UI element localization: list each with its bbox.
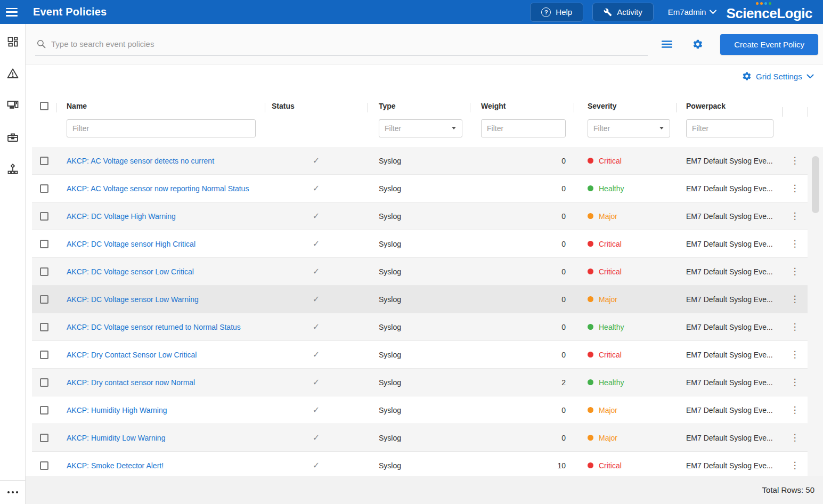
policy-name-link[interactable]: AKCP: Dry Contact Sensor Low Critical <box>56 351 265 359</box>
vertical-scrollbar[interactable] <box>808 147 823 476</box>
policy-name-link[interactable]: AKCP: AC Voltage sensor detects no curre… <box>56 157 265 165</box>
kebab-menu-icon[interactable]: ⋮ <box>791 378 800 387</box>
list-icon <box>662 40 672 48</box>
table-row[interactable]: AKCP: DC Voltage sensor Low Critical ✓ S… <box>32 258 808 286</box>
table-row[interactable]: AKCP: Dry Contact Sensor Low Critical ✓ … <box>32 341 808 369</box>
name-filter-input[interactable] <box>67 119 256 137</box>
policy-type: Syslog <box>368 157 470 165</box>
kebab-menu-icon[interactable]: ⋮ <box>791 184 800 193</box>
column-header-type[interactable]: Type <box>368 102 470 110</box>
severity-dot <box>588 435 593 441</box>
user-menu[interactable]: Em7admin <box>668 7 717 17</box>
kebab-menu-icon[interactable]: ⋮ <box>791 239 800 248</box>
policy-name-link[interactable]: AKCP: DC Voltage sensor returned to Norm… <box>56 323 265 331</box>
policy-name-link[interactable]: AKCP: Dry contact sensor now Normal <box>56 378 265 387</box>
kebab-menu-icon[interactable]: ⋮ <box>791 267 800 276</box>
policy-type: Syslog <box>368 295 470 304</box>
table-row[interactable]: AKCP: DC Voltage sensor returned to Norm… <box>32 313 808 341</box>
kebab-menu-icon[interactable]: ⋮ <box>791 461 800 470</box>
help-button[interactable]: ? Help <box>530 3 583 22</box>
policy-name-link[interactable]: AKCP: AC Voltage sensor now reporting No… <box>56 184 265 193</box>
row-checkbox[interactable] <box>40 212 48 221</box>
row-checkbox[interactable] <box>40 157 48 165</box>
policy-name-link[interactable]: AKCP: DC Voltage sensor Low Warning <box>56 295 265 304</box>
weight-filter-input[interactable] <box>481 119 566 137</box>
column-header-weight[interactable]: Weight <box>470 102 574 110</box>
row-checkbox[interactable] <box>40 267 48 276</box>
table-header-row: Name Status Type Weight Severity Powerpa… <box>32 97 808 115</box>
search-field[interactable] <box>35 32 648 56</box>
row-checkbox[interactable] <box>40 295 48 304</box>
row-checkbox[interactable] <box>40 240 48 248</box>
search-input[interactable] <box>51 39 602 48</box>
column-header-status[interactable]: Status <box>265 102 368 110</box>
policy-powerpack: EM7 Default Syslog Eve... <box>677 157 782 165</box>
policy-name-link[interactable]: AKCP: DC Voltage sensor Low Critical <box>56 267 265 276</box>
policy-name-link[interactable]: AKCP: Humidity Low Warning <box>56 434 265 442</box>
select-all-checkbox[interactable] <box>40 102 48 110</box>
status-check-icon: ✓ <box>265 405 368 415</box>
sidebar-item-events[interactable] <box>0 63 26 84</box>
row-checkbox[interactable] <box>40 184 48 193</box>
sidebar-item-maps[interactable] <box>0 159 26 180</box>
table-row[interactable]: AKCP: DC Voltage sensor Low Warning ✓ Sy… <box>32 286 808 313</box>
kebab-menu-icon[interactable]: ⋮ <box>791 212 800 221</box>
row-actions-cell: ⋮ <box>782 184 808 193</box>
table-row[interactable]: AKCP: DC Voltage High Warning ✓ Syslog 0… <box>32 202 808 230</box>
policy-weight: 0 <box>470 295 574 304</box>
table-row[interactable]: AKCP: Smoke Detector Alert! ✓ Syslog 10 … <box>32 452 808 476</box>
column-header-severity[interactable]: Severity <box>574 102 677 110</box>
policy-type: Syslog <box>368 434 470 442</box>
activity-button-label: Activity <box>617 7 642 17</box>
list-view-button[interactable] <box>659 38 674 51</box>
logo-dots <box>756 2 771 5</box>
policy-powerpack: EM7 Default Syslog Eve... <box>677 351 782 359</box>
table-row[interactable]: AKCP: AC Voltage sensor detects no curre… <box>32 147 808 175</box>
grid-settings-chevron-icon <box>806 74 814 79</box>
sidebar-item-business-services[interactable] <box>0 127 26 148</box>
policy-type: Syslog <box>368 240 470 248</box>
policy-name-link[interactable]: AKCP: DC Voltage sensor High Critical <box>56 240 265 248</box>
table-row[interactable]: AKCP: Humidity High Warning ✓ Syslog 0 M… <box>32 396 808 424</box>
sidebar-item-dashboards[interactable] <box>0 31 26 52</box>
hamburger-menu-icon[interactable] <box>6 8 18 17</box>
kebab-menu-icon[interactable]: ⋮ <box>791 322 800 331</box>
policy-name-link[interactable]: AKCP: DC Voltage High Warning <box>56 212 265 221</box>
policy-name-link[interactable]: AKCP: Smoke Detector Alert! <box>56 461 265 470</box>
row-checkbox[interactable] <box>40 434 48 442</box>
policy-name-link[interactable]: AKCP: Humidity High Warning <box>56 406 265 414</box>
column-header-powerpack[interactable]: Powerpack <box>677 102 782 110</box>
powerpack-filter-input[interactable] <box>686 119 773 137</box>
table-filter-row <box>32 118 808 139</box>
row-actions-cell: ⋮ <box>782 156 808 165</box>
policy-type: Syslog <box>368 406 470 414</box>
row-checkbox[interactable] <box>40 406 48 414</box>
kebab-menu-icon[interactable]: ⋮ <box>791 405 800 414</box>
settings-gear-button[interactable] <box>690 37 705 52</box>
policy-severity: Major <box>574 406 677 414</box>
grid-settings-control[interactable]: Grid Settings <box>742 71 814 81</box>
row-checkbox[interactable] <box>40 351 48 359</box>
row-actions-cell: ⋮ <box>782 212 808 221</box>
severity-filter-select[interactable] <box>588 119 670 137</box>
table-row[interactable]: AKCP: Humidity Low Warning ✓ Syslog 0 Ma… <box>32 424 808 452</box>
kebab-menu-icon[interactable]: ⋮ <box>791 156 800 165</box>
policy-weight: 0 <box>470 157 574 165</box>
severity-label: Major <box>599 406 617 414</box>
sidebar-item-devices[interactable] <box>0 94 26 116</box>
table-row[interactable]: AKCP: DC Voltage sensor High Critical ✓ … <box>32 230 808 258</box>
row-checkbox[interactable] <box>40 323 48 331</box>
row-checkbox[interactable] <box>40 378 48 387</box>
type-filter-select[interactable] <box>379 119 462 137</box>
activity-button[interactable]: Activity <box>592 3 654 21</box>
sidebar-more-button[interactable] <box>0 480 26 504</box>
kebab-menu-icon[interactable]: ⋮ <box>791 350 800 359</box>
scrollbar-thumb[interactable] <box>812 156 819 213</box>
row-checkbox[interactable] <box>40 461 48 470</box>
kebab-menu-icon[interactable]: ⋮ <box>791 433 800 442</box>
column-header-name[interactable]: Name <box>56 102 265 110</box>
kebab-menu-icon[interactable]: ⋮ <box>791 295 800 304</box>
table-row[interactable]: AKCP: Dry contact sensor now Normal ✓ Sy… <box>32 369 808 396</box>
table-row[interactable]: AKCP: AC Voltage sensor now reporting No… <box>32 175 808 202</box>
create-event-policy-button[interactable]: Create Event Policy <box>720 34 818 55</box>
